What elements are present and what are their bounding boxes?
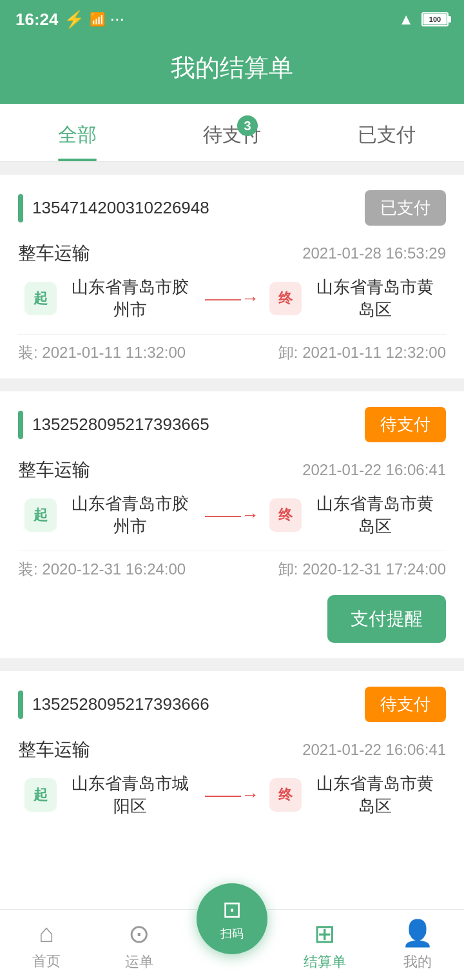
nav-profile[interactable]: 👤 我的: [371, 910, 464, 980]
tab-pending[interactable]: 待支付 3: [155, 104, 309, 161]
card-2-arrow: ——→: [205, 505, 259, 525]
card-1-start-name: 山东省青岛市胶州市: [66, 276, 195, 321]
card-2-time-row: 装: 2020-12-31 16:24:00 卸: 2020-12-31 17:…: [18, 551, 446, 580]
card-2-indicator: [18, 411, 23, 439]
waybill-icon: ⊙: [128, 919, 150, 948]
card-3-date: 2021-01-22 16:06:41: [302, 741, 446, 759]
card-1-load-time: 装: 2021-01-11 11:32:00: [18, 342, 186, 363]
content-area: 1354714200310226948 已支付 整车运输 2021-01-28 …: [0, 162, 464, 946]
nav-bill[interactable]: ⊞ 结算单: [278, 910, 371, 980]
nav-home[interactable]: ⌂ 首页: [0, 910, 93, 980]
scan-button-wrapper: ⊡ 扫码: [197, 883, 267, 954]
card-2-unload-time: 卸: 2020-12-31 17:24:00: [278, 559, 446, 580]
card-3-start: 起 山东省青岛市城阳区: [24, 772, 195, 818]
profile-icon: 👤: [401, 918, 434, 948]
card-1-date: 2021-01-28 16:53:29: [302, 244, 446, 262]
card-1-arrow: ——→: [205, 288, 259, 309]
card-3-end-name: 山东省青岛市黄岛区: [311, 772, 440, 818]
card-3-id: 1352528095217393666: [32, 694, 209, 714]
scan-icon: ⊡: [222, 896, 242, 923]
card-3-start-tag: 起: [24, 778, 57, 812]
nav-waybill-label: 运单: [125, 952, 153, 972]
card-2-end-tag: 终: [269, 498, 302, 532]
charge-icon: ⚡: [64, 10, 84, 30]
tab-all[interactable]: 全部: [0, 104, 155, 161]
card-3-start-name: 山东省青岛市城阳区: [66, 772, 195, 818]
card-2: 1352528095217393665 待支付 整车运输 2021-01-22 …: [0, 391, 464, 658]
wifi-icon: ▲: [398, 10, 414, 28]
status-bar-right: ▲ 100: [398, 10, 449, 28]
more-icon: ···: [111, 12, 126, 27]
card-1-end-name: 山东省青岛市黄岛区: [311, 276, 440, 321]
battery-level: 100: [423, 14, 447, 24]
card-2-body: 整车运输 2021-01-22 16:06:41 起 山东省青岛市胶州市 ——→…: [18, 455, 446, 580]
card-2-start-tag: 起: [24, 498, 57, 532]
card-2-status: 待支付: [365, 407, 446, 442]
card-1-start-tag: 起: [24, 282, 57, 315]
card-3-status: 待支付: [365, 687, 446, 722]
card-3-body: 整车运输 2021-01-22 16:06:41 起 山东省青岛市城阳区 ——→…: [18, 735, 446, 818]
nav-profile-label: 我的: [403, 952, 432, 972]
sim-icon: 📶: [90, 12, 106, 27]
scan-label: 扫码: [220, 926, 244, 941]
pending-badge: 3: [237, 115, 258, 136]
tab-paid[interactable]: 已支付: [309, 104, 464, 161]
battery-icon: 100: [421, 12, 449, 26]
card-2-end: 终 山东省青岛市黄岛区: [269, 493, 440, 538]
card-2-start-name: 山东省青岛市胶州市: [66, 493, 195, 538]
card-2-route: 起 山东省青岛市胶州市 ——→ 终 山东省青岛市黄岛区: [18, 493, 446, 538]
card-1-status: 已支付: [365, 190, 446, 226]
nav-bill-label: 结算单: [304, 952, 346, 972]
card-2-date: 2021-01-22 16:06:41: [302, 461, 446, 479]
nav-home-label: 首页: [32, 952, 61, 971]
card-1-type-row: 整车运输 2021-01-28 16:53:29: [18, 241, 446, 266]
pay-reminder-button[interactable]: 支付提醒: [327, 595, 446, 643]
card-3-end-tag: 终: [269, 778, 302, 812]
card-2-id: 1352528095217393665: [32, 415, 209, 435]
card-2-end-name: 山东省青岛市黄岛区: [311, 493, 440, 538]
nav-waybill[interactable]: ⊙ 运单: [93, 910, 186, 980]
card-3-indicator: [18, 691, 23, 719]
card-2-id-row: 1352528095217393665: [18, 411, 209, 439]
card-3-transport-type: 整车运输: [18, 738, 90, 762]
card-1-start: 起 山东省青岛市胶州市: [24, 276, 195, 321]
card-2-header: 1352528095217393665 待支付: [18, 407, 446, 442]
home-icon: ⌂: [39, 919, 54, 948]
card-3-end: 终 山东省青岛市黄岛区: [269, 772, 440, 818]
card-1-end-tag: 终: [269, 282, 302, 315]
card-3-route: 起 山东省青岛市城阳区 ——→ 终 山东省青岛市黄岛区: [18, 772, 446, 818]
card-2-load-time: 装: 2020-12-31 16:24:00: [18, 559, 186, 580]
bill-icon: ⊞: [314, 919, 336, 948]
card-1-transport-type: 整车运输: [18, 241, 90, 266]
card-2-start: 起 山东省青岛市胶州市: [24, 493, 195, 538]
status-time: 16:24: [15, 10, 59, 30]
card-2-transport-type: 整车运输: [18, 458, 90, 482]
card-2-footer: 支付提醒: [18, 593, 446, 643]
card-1-unload-time: 卸: 2021-01-11 12:32:00: [278, 342, 446, 363]
tabs-container: 全部 待支付 3 已支付: [0, 104, 464, 162]
card-3-arrow: ——→: [205, 785, 259, 805]
card-2-type-row: 整车运输 2021-01-22 16:06:41: [18, 458, 446, 482]
card-1-header: 1354714200310226948 已支付: [18, 190, 446, 226]
card-1-id-row: 1354714200310226948: [18, 194, 209, 222]
scan-button[interactable]: ⊡ 扫码: [197, 883, 267, 954]
card-3-id-row: 1352528095217393666: [18, 691, 209, 719]
card-1-indicator: [18, 194, 23, 222]
card-1-route: 起 山东省青岛市胶州市 ——→ 终 山东省青岛市黄岛区: [18, 276, 446, 321]
card-1-body: 整车运输 2021-01-28 16:53:29 起 山东省青岛市胶州市 ——→…: [18, 239, 446, 363]
card-1-end: 终 山东省青岛市黄岛区: [269, 276, 440, 321]
status-bar-left: 16:24 ⚡ 📶 ···: [15, 10, 125, 30]
page-title: 我的结算单: [0, 52, 464, 84]
card-1-time-row: 装: 2021-01-11 11:32:00 卸: 2021-01-11 12:…: [18, 334, 446, 363]
card-3-header: 1352528095217393666 待支付: [18, 687, 446, 722]
card-1: 1354714200310226948 已支付 整车运输 2021-01-28 …: [0, 175, 464, 378]
status-bar: 16:24 ⚡ 📶 ··· ▲ 100: [0, 0, 464, 39]
card-1-id: 1354714200310226948: [32, 198, 209, 218]
card-3-type-row: 整车运输 2021-01-22 16:06:41: [18, 738, 446, 762]
page-header: 我的结算单: [0, 39, 464, 104]
